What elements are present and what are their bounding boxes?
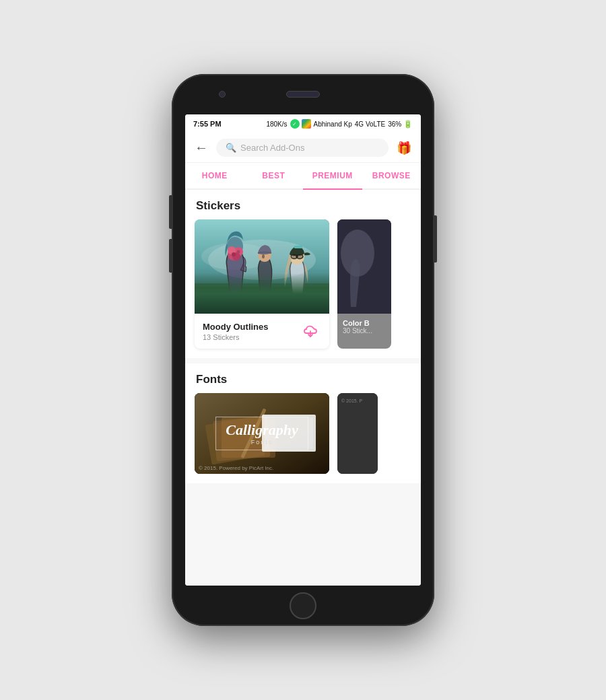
carrier-name: Abhinand Kp bbox=[314, 120, 352, 128]
svg-rect-20 bbox=[294, 246, 302, 248]
moody-outlines-text: Moody Outlines 13 Stickers bbox=[203, 322, 269, 341]
status-time: 7:55 PM bbox=[193, 120, 222, 128]
color-b-card[interactable]: Color B 30 Stick... bbox=[337, 219, 391, 349]
color-b-image bbox=[337, 219, 391, 314]
gift-button[interactable]: 🎁 bbox=[397, 141, 411, 155]
svg-rect-3 bbox=[195, 287, 329, 314]
power-button bbox=[434, 215, 437, 262]
calligraphy-script-label: Calligraphy bbox=[226, 421, 298, 438]
svg-text:© 2015. P: © 2015. P bbox=[341, 398, 363, 403]
color-b-info: Color B 30 Stick... bbox=[337, 314, 391, 340]
moody-outlines-card-info: Moody Outlines 13 Stickers bbox=[195, 314, 329, 349]
moody-outlines-image bbox=[195, 219, 329, 314]
calligraphy-image: Calligraphy Fonts © 2015. Powered by Pic… bbox=[195, 393, 329, 474]
font-copyright-text: © 2015. Powered by PicArt Inc. bbox=[199, 465, 273, 471]
stickers-section: Stickers bbox=[185, 190, 421, 358]
dark-partial-card[interactable]: © 2015. P bbox=[337, 393, 378, 474]
calligraphy-card[interactable]: Calligraphy Fonts © 2015. Powered by Pic… bbox=[195, 393, 329, 474]
volume-up-button bbox=[169, 195, 172, 229]
svg-point-19 bbox=[296, 254, 303, 259]
search-bar[interactable]: 🔍 Search Add-Ons bbox=[216, 139, 389, 157]
tab-home[interactable]: HOME bbox=[185, 163, 244, 188]
battery-level: 36% 🔋 bbox=[388, 120, 413, 129]
calligraphy-text-overlay: Calligraphy Fonts bbox=[215, 417, 308, 450]
status-right: 180K/s ✓ Abhinand Kp 4G VoLTE 36% 🔋 bbox=[266, 119, 413, 129]
tab-premium[interactable]: PREMIUM bbox=[303, 163, 362, 188]
calligraphy-sub-label: Fonts bbox=[226, 439, 298, 446]
phone-bottom-area bbox=[290, 586, 316, 626]
phone-device: 7:55 PM 180K/s ✓ Abhinand Kp 4G VoLTE 36… bbox=[172, 74, 434, 626]
home-button[interactable] bbox=[290, 592, 316, 619]
tab-best[interactable]: BEST bbox=[244, 163, 304, 188]
moody-outlines-svg bbox=[195, 219, 329, 314]
color-b-subtitle: 30 Stick... bbox=[343, 327, 386, 335]
tabs-bar: HOME BEST PREMIUM BROWSE bbox=[185, 163, 421, 190]
svg-point-13 bbox=[262, 254, 265, 258]
moody-outlines-card[interactable]: Moody Outlines 13 Stickers bbox=[195, 219, 329, 349]
whatsapp-icon: ✓ bbox=[290, 119, 300, 129]
battery-icon: 🔋 bbox=[403, 120, 413, 128]
earpiece-speaker bbox=[286, 91, 320, 98]
tab-browse[interactable]: BROWSE bbox=[362, 163, 422, 188]
network-type: 4G VoLTE bbox=[355, 120, 385, 128]
maps-icon bbox=[302, 119, 311, 129]
stickers-section-title: Stickers bbox=[185, 190, 421, 219]
volume-down-button bbox=[169, 239, 172, 273]
svg-point-10 bbox=[232, 252, 236, 256]
fonts-cards-row: Calligraphy Fonts © 2015. Powered by Pic… bbox=[185, 393, 421, 483]
dark-partial-svg: © 2015. P bbox=[337, 393, 378, 474]
front-camera bbox=[219, 91, 226, 98]
status-icons: ✓ bbox=[290, 119, 311, 129]
phone-top-hardware bbox=[172, 74, 434, 114]
svg-point-11 bbox=[237, 250, 240, 254]
content-area: Stickers bbox=[185, 190, 421, 586]
moody-outlines-subtitle: 13 Stickers bbox=[203, 333, 269, 341]
dark-partial-image: © 2015. P bbox=[337, 393, 378, 474]
moody-outlines-download-button[interactable] bbox=[300, 320, 321, 342]
color-b-title: Color B bbox=[343, 319, 386, 327]
network-speed: 180K/s bbox=[266, 120, 287, 128]
search-icon: 🔍 bbox=[226, 143, 236, 153]
fonts-section-title: Fonts bbox=[185, 363, 421, 393]
back-button[interactable]: ← bbox=[195, 140, 208, 155]
svg-rect-31 bbox=[337, 393, 378, 474]
status-bar: 7:55 PM 180K/s ✓ Abhinand Kp 4G VoLTE 36… bbox=[185, 114, 421, 133]
calligraphy-border-box: Calligraphy Fonts bbox=[215, 417, 308, 450]
color-b-svg bbox=[337, 219, 391, 314]
svg-rect-4 bbox=[195, 283, 329, 293]
search-placeholder-text: Search Add-Ons bbox=[240, 143, 304, 153]
moody-outlines-title: Moody Outlines bbox=[203, 322, 269, 332]
stickers-cards-row: Moody Outlines 13 Stickers bbox=[185, 219, 421, 358]
app-header: ← 🔍 Search Add-Ons 🎁 bbox=[185, 133, 421, 163]
phone-screen: 7:55 PM 180K/s ✓ Abhinand Kp 4G VoLTE 36… bbox=[185, 114, 421, 586]
download-cloud-icon bbox=[301, 322, 320, 341]
fonts-section: Fonts bbox=[185, 363, 421, 483]
